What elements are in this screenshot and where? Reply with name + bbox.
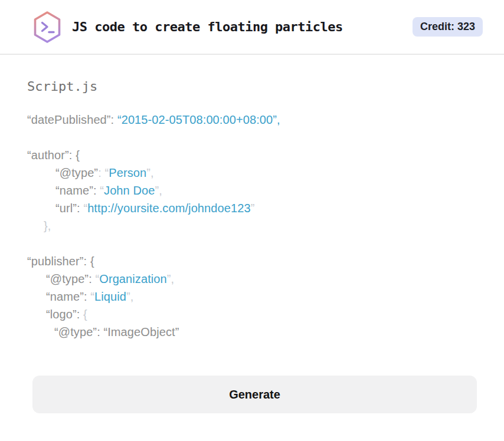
code-token: http://yoursite.com/johndoe123 <box>87 202 251 215</box>
generate-button[interactable]: Generate <box>32 376 477 413</box>
code-token: “datePublished”: <box>27 113 117 126</box>
code-token: }, <box>44 219 51 232</box>
code-token: Person <box>109 166 146 179</box>
code-line: “@type”: “Person”, <box>27 164 477 182</box>
code-token: : “ <box>98 166 109 179</box>
code-line: “datePublished”: “2015-02-05T08:00:00+08… <box>27 111 477 129</box>
editor-panel: Script.js “datePublished”: “2015-02-05T0… <box>0 55 504 341</box>
code-line: }, <box>27 217 477 235</box>
code-line: “name”: “John Doe”, <box>27 182 477 199</box>
code-token: “@type” <box>55 166 98 179</box>
code-token: “name”: <box>46 290 90 303</box>
code-line: “name”: “Liquid”, <box>27 288 477 305</box>
credit-badge: Credit: 323 <box>413 17 483 37</box>
footer-action-row: Generate <box>0 341 504 413</box>
page-title: JS code to create floating particles <box>72 19 413 34</box>
code-blank-line <box>27 129 477 146</box>
code-token: ”, <box>126 290 133 303</box>
code-token: “url”: <box>55 202 83 215</box>
code-token: Organization <box>99 272 167 285</box>
file-name-heading: Script.js <box>27 78 477 94</box>
code-lines: “datePublished”: “2015-02-05T08:00:00+08… <box>27 111 477 341</box>
code-blank-line <box>27 235 477 252</box>
code-line: “author”: { <box>27 146 477 164</box>
code-token: ” <box>251 202 255 215</box>
code-line: “publisher”: { <box>27 252 477 270</box>
code-token: “logo”: <box>46 308 83 321</box>
code-token: “2015-02-05T08:00:00+08:00”, <box>117 113 280 126</box>
code-token: { <box>83 308 87 321</box>
code-line: “@type”: “ImageObject” <box>27 323 477 341</box>
code-token: “author”: { <box>27 149 80 162</box>
code-token: “@type”: <box>46 272 95 285</box>
code-token: John Doe <box>104 184 155 197</box>
app-header: JS code to create floating particles Cre… <box>0 0 504 55</box>
code-line: “@type”: “Organization”, <box>27 270 477 288</box>
code-token: Liquid <box>94 290 126 303</box>
terminal-hexagon-icon <box>32 11 62 44</box>
code-line: “logo”: { <box>27 305 477 323</box>
code-token: “@type”: “ImageObject” <box>54 325 179 338</box>
code-line: “url”: “http://yoursite.com/johndoe123” <box>27 199 477 217</box>
code-token: ”, <box>146 166 153 179</box>
code-token: ”, <box>155 184 162 197</box>
code-token: “publisher”: { <box>27 255 94 268</box>
code-token: “name”: <box>55 184 100 197</box>
code-token: ”, <box>167 272 174 285</box>
